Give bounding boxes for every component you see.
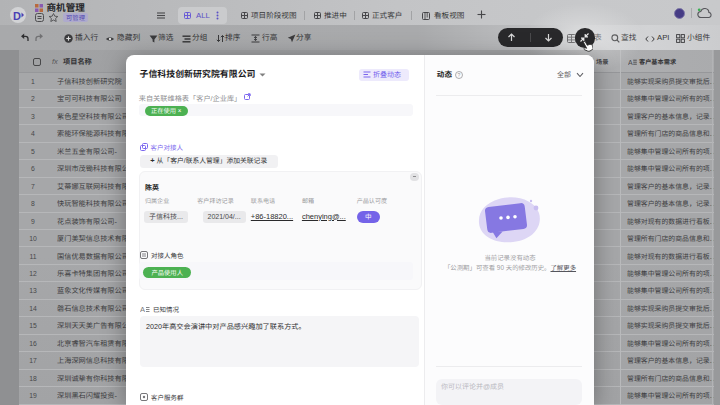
svg-text:?: ? <box>457 72 460 78</box>
svg-text:D: D <box>13 9 21 21</box>
svg-text:A: A <box>140 305 145 313</box>
